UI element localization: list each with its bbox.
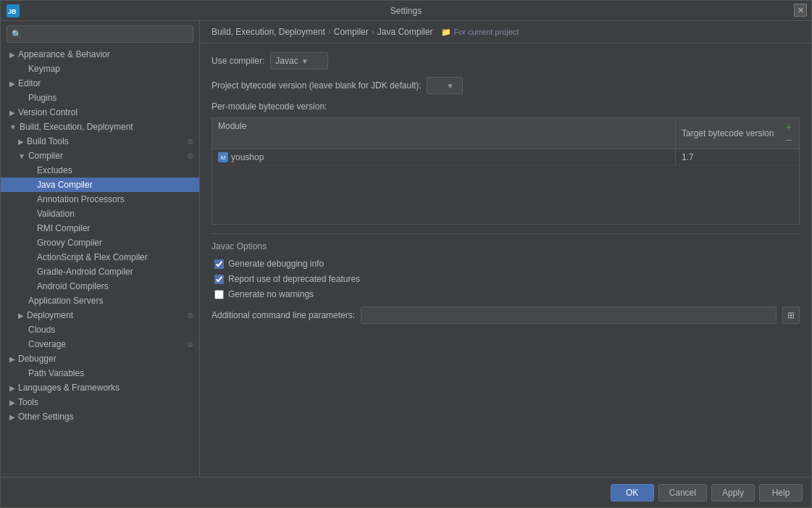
checkbox-deprecated[interactable]: [214, 275, 224, 284]
sidebar-item-label: Application Servers: [28, 296, 103, 306]
sidebar-item-version-control[interactable]: ▶Version Control: [1, 105, 199, 120]
sidebar-item-label: Annotation Processors: [37, 194, 125, 204]
chevron-down-icon2: ▼: [446, 82, 458, 90]
sidebar-item-label: Debugger: [18, 354, 56, 364]
gear-icon: ⚙: [187, 138, 193, 146]
additional-params-row: Additional command line parameters: ⊞: [212, 307, 800, 324]
sidebar-item-debugger[interactable]: ▶Debugger: [1, 351, 199, 366]
sidebar-item-actionscript-flex[interactable]: ActionScript & Flex Compiler: [1, 250, 199, 265]
checkbox-label-no-warnings: Generate no warnings: [228, 289, 314, 299]
bytecode-version-label: Project bytecode version (leave blank fo…: [212, 80, 421, 91]
sidebar-item-gradle-android[interactable]: Gradle-Android Compiler: [1, 265, 199, 279]
sidebar-item-label: Keymap: [28, 64, 60, 74]
arrow-icon: ▶: [9, 51, 15, 59]
sidebar-item-languages-frameworks[interactable]: ▶Languages & Frameworks: [1, 380, 199, 395]
sidebar-item-label: Clouds: [28, 325, 55, 335]
sidebar-item-tools[interactable]: ▶Tools: [1, 395, 199, 409]
module-table: Module Target bytecode version + − Myous…: [212, 117, 800, 225]
panel-body: Use compiler: Javac ▼ Project bytecode v…: [200, 43, 811, 477]
bytecode-version-row: Project bytecode version (leave blank fo…: [212, 77, 800, 94]
checkbox-gen-debug[interactable]: [214, 259, 224, 269]
sidebar-item-label: Validation: [37, 209, 75, 219]
sidebar-item-label: Tools: [18, 397, 38, 407]
sidebar-item-android-compilers[interactable]: Android Compilers: [1, 279, 199, 293]
section-divider: [212, 233, 800, 234]
table-empty-space: [212, 166, 799, 224]
sidebar-item-appearance[interactable]: ▶Appearance & Behavior: [1, 47, 199, 62]
app-logo: JB: [7, 4, 20, 17]
sidebar-item-other-settings[interactable]: ▶Other Settings: [1, 409, 199, 424]
arrow-icon: ▶: [9, 80, 15, 88]
sidebar-item-validation[interactable]: Validation: [1, 207, 199, 221]
sidebar-item-label: Editor: [18, 78, 41, 88]
breadcrumb: Build, Execution, Deployment › Compiler …: [200, 21, 811, 43]
close-button[interactable]: ✕: [794, 4, 807, 17]
checkbox-row-no-warnings: Generate no warnings: [212, 289, 800, 299]
module-icon: M: [218, 152, 228, 162]
window-title: Settings: [390, 6, 422, 16]
sidebar-item-rmi-compiler[interactable]: RMI Compiler: [1, 221, 199, 236]
expand-button[interactable]: ⊞: [782, 307, 800, 324]
ok-button[interactable]: OK: [611, 484, 654, 501]
sidebar-item-java-compiler[interactable]: Java Compiler: [1, 178, 199, 192]
sidebar-item-editor[interactable]: ▶Editor: [1, 76, 199, 91]
additional-params-label: Additional command line parameters:: [212, 310, 355, 320]
arrow-icon: ▶: [18, 312, 24, 320]
sidebar-item-excludes[interactable]: Excludes: [1, 163, 199, 178]
sidebar-item-label: Deployment: [27, 310, 73, 320]
table-body: Myoushop1.7: [212, 149, 799, 166]
project-icon: 📁: [441, 28, 451, 37]
sidebar-item-plugins[interactable]: Plugins: [1, 91, 199, 105]
table-remove-button[interactable]: −: [784, 134, 793, 146]
bytecode-version-dropdown[interactable]: ▼: [427, 77, 463, 94]
breadcrumb-part3: Java Compiler: [377, 27, 433, 37]
settings-window: JB Settings ✕ 🔍 ▶Appearance & BehaviorKe…: [0, 0, 812, 508]
checkbox-no-warnings[interactable]: [214, 290, 224, 299]
table-row: Myoushop1.7: [212, 149, 799, 166]
use-compiler-value: Javac: [275, 56, 298, 66]
table-cell-target: 1.7: [676, 149, 799, 165]
arrow-icon: ▶: [9, 384, 15, 392]
use-compiler-label: Use compiler:: [212, 56, 264, 66]
sidebar-item-deployment[interactable]: ▶Deployment⚙: [1, 308, 199, 322]
sidebar-item-build-tools[interactable]: ▶Build Tools⚙: [1, 134, 199, 149]
checkbox-label-gen-debug: Generate debugging info: [228, 259, 324, 269]
gear-icon: ⚙: [187, 312, 193, 320]
sidebar-item-coverage[interactable]: Coverage⚙: [1, 337, 199, 351]
checkbox-label-deprecated: Report use of deprecated features: [228, 274, 360, 284]
sidebar-item-keymap[interactable]: Keymap: [1, 62, 199, 76]
sidebar-item-compiler[interactable]: ▼Compiler⚙: [1, 149, 199, 163]
sidebar-item-groovy-compiler[interactable]: Groovy Compiler: [1, 236, 199, 250]
sidebar-item-label: Coverage: [28, 339, 66, 349]
search-box[interactable]: 🔍: [7, 25, 193, 43]
sidebar-item-application-servers[interactable]: Application Servers: [1, 293, 199, 308]
sidebar-item-label: Java Compiler: [37, 180, 93, 190]
use-compiler-dropdown[interactable]: Javac ▼: [270, 52, 328, 70]
sidebar-item-label: ActionScript & Flex Compiler: [37, 252, 148, 262]
main-content: 🔍 ▶Appearance & BehaviorKeymap▶EditorPlu…: [1, 21, 811, 477]
sidebar-item-label: Build Tools: [27, 136, 69, 146]
table-add-button[interactable]: +: [784, 121, 793, 133]
apply-button[interactable]: Apply: [711, 484, 755, 501]
sidebar-item-label: Groovy Compiler: [37, 238, 102, 248]
sidebar-item-label: Excludes: [37, 165, 72, 175]
cancel-button[interactable]: Cancel: [658, 484, 707, 501]
checkbox-row-gen-debug: Generate debugging info: [212, 259, 800, 269]
search-input[interactable]: [25, 29, 188, 39]
svg-text:JB: JB: [8, 8, 17, 15]
use-compiler-row: Use compiler: Javac ▼: [212, 52, 800, 70]
arrow-icon: ▶: [9, 355, 15, 363]
help-button[interactable]: Help: [759, 484, 803, 501]
sidebar-item-build-execution[interactable]: ▼Build, Execution, Deployment: [1, 120, 199, 134]
sidebar-item-label: Gradle-Android Compiler: [37, 267, 133, 277]
sidebar: 🔍 ▶Appearance & BehaviorKeymap▶EditorPlu…: [1, 21, 200, 477]
additional-params-input[interactable]: [361, 307, 777, 324]
sidebar-item-annotation-processors[interactable]: Annotation Processors: [1, 192, 199, 207]
project-label: For current project: [453, 28, 519, 36]
sidebar-item-path-variables[interactable]: Path Variables: [1, 366, 199, 380]
sidebar-item-label: Appearance & Behavior: [18, 49, 110, 59]
col-target-header: Target bytecode version + −: [676, 118, 799, 149]
breadcrumb-part1: Build, Execution, Deployment: [212, 27, 325, 37]
sidebar-item-label: Android Compilers: [37, 281, 109, 291]
sidebar-item-clouds[interactable]: Clouds: [1, 322, 199, 337]
